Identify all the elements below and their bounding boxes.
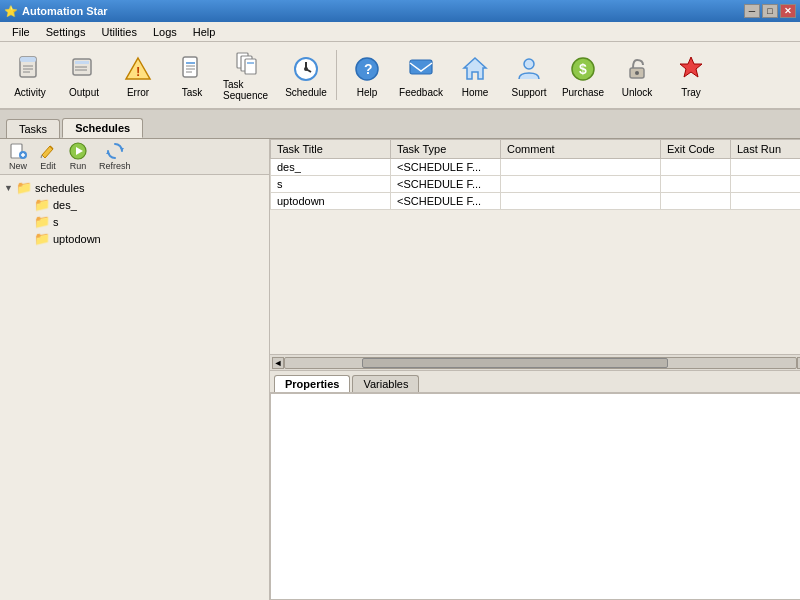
scroll-left-arrow[interactable]: ◄ [272,357,284,369]
task-table: Task Title Task Type Comment Exit Code L… [270,139,800,210]
properties-content: ▲ ▼ ◢ [270,393,800,600]
toolbar-task-sequence[interactable]: Task Sequence [220,46,278,104]
task-label: Task [182,87,203,98]
schedule-label: Schedule [285,87,327,98]
tray-label: Tray [681,87,701,98]
table-row[interactable]: s<SCHEDULE F... [271,176,801,193]
folder-icon-schedules: 📁 [16,180,32,195]
task-sequence-icon [233,49,265,77]
folder-icon-uptodown: 📁 [34,231,50,246]
schedule-icon [290,53,322,85]
menu-logs[interactable]: Logs [145,24,185,40]
purchase-icon: $ [567,53,599,85]
cell-comment [501,159,661,176]
title-bar: ⭐ Automation Star ─ □ ✕ [0,0,800,22]
toolbar-tray[interactable]: Tray [665,46,717,104]
tree-label-schedules: schedules [35,182,85,194]
output-label: Output [69,87,99,98]
cell-exit-code [661,193,731,210]
cell-comment [501,176,661,193]
col-task-type[interactable]: Task Type [391,140,501,159]
close-button[interactable]: ✕ [780,4,796,18]
app-icon: ⭐ [4,5,18,18]
run-button[interactable]: Run [64,139,92,174]
tree-item-s[interactable]: 📁 s [2,213,267,230]
scrollbar-track[interactable] [284,357,797,369]
home-label: Home [462,87,489,98]
tree-item-des[interactable]: 📁 des_ [2,196,267,213]
toolbar-unlock[interactable]: Unlock [611,46,663,104]
tree-arrow-schedules: ▼ [4,183,16,193]
tab-bar: Tasks Schedules [0,110,800,138]
menu-settings[interactable]: Settings [38,24,94,40]
toolbar-feedback[interactable]: Feedback [395,46,447,104]
support-icon [513,53,545,85]
tree-item-schedules[interactable]: ▼ 📁 schedules [2,179,267,196]
cell-task-title: uptodown [271,193,391,210]
task-table-area: Task Title Task Type Comment Exit Code L… [270,139,800,370]
toolbar-schedule[interactable]: Schedule [280,46,332,104]
main-area: Tasks Schedules New Edit [0,110,800,600]
col-comment[interactable]: Comment [501,140,661,159]
folder-icon-des: 📁 [34,197,50,212]
col-exit-code[interactable]: Exit Code [661,140,731,159]
svg-rect-6 [75,61,89,64]
folder-icon-s: 📁 [34,214,50,229]
new-icon [9,142,27,160]
toolbar-output[interactable]: Output [58,46,110,104]
unlock-icon [621,53,653,85]
table-scroll-container[interactable]: Task Title Task Type Comment Exit Code L… [270,139,800,354]
unlock-label: Unlock [622,87,653,98]
horizontal-scrollbar[interactable]: ◄ ► [270,354,800,370]
support-label: Support [511,87,546,98]
svg-rect-18 [245,59,256,74]
tree-label-s: s [53,216,59,228]
purchase-label: Purchase [562,87,604,98]
activity-icon [14,53,46,85]
toolbar-help[interactable]: ? Help [341,46,393,104]
prop-tab-properties[interactable]: Properties [274,375,350,392]
menu-bar: File Settings Utilities Logs Help [0,22,800,42]
minimize-button[interactable]: ─ [744,4,760,18]
tree-item-uptodown[interactable]: 📁 uptodown [2,230,267,247]
cell-task-type: <SCHEDULE F... [391,176,501,193]
svg-point-32 [635,71,639,75]
edit-label: Edit [40,161,56,171]
edit-button[interactable]: Edit [34,139,62,174]
new-label: New [9,161,27,171]
toolbar: Activity Output ! Error Task Task Sequen… [0,42,800,110]
content-area: New Edit Run [0,138,800,600]
toolbar-support[interactable]: Support [503,46,555,104]
svg-rect-1 [20,57,36,62]
prop-tab-variables[interactable]: Variables [352,375,419,392]
toolbar-task[interactable]: Task [166,46,218,104]
menu-file[interactable]: File [4,24,38,40]
menu-help[interactable]: Help [185,24,224,40]
scrollbar-thumb[interactable] [362,358,669,368]
col-task-title[interactable]: Task Title [271,140,391,159]
cell-task-type: <SCHEDULE F... [391,159,501,176]
toolbar-purchase[interactable]: $ Purchase [557,46,609,104]
tab-tasks[interactable]: Tasks [6,119,60,138]
output-icon [68,53,100,85]
error-label: Error [127,87,149,98]
cell-exit-code [661,159,731,176]
cell-comment [501,193,661,210]
toolbar-activity[interactable]: Activity [4,46,56,104]
table-row[interactable]: des_<SCHEDULE F... [271,159,801,176]
tree-area: ▼ 📁 schedules 📁 des_ 📁 s [0,175,269,600]
run-icon [69,142,87,160]
refresh-button[interactable]: Refresh [94,139,136,174]
svg-marker-44 [106,151,110,154]
toolbar-home[interactable]: Home [449,46,501,104]
home-icon [459,53,491,85]
maximize-button[interactable]: □ [762,4,778,18]
svg-rect-11 [183,57,197,77]
col-last-run[interactable]: Last Run [731,140,801,159]
toolbar-error[interactable]: ! Error [112,46,164,104]
tab-schedules[interactable]: Schedules [62,118,143,138]
tree-label-des: des_ [53,199,77,211]
menu-utilities[interactable]: Utilities [93,24,144,40]
table-row[interactable]: uptodown<SCHEDULE F... [271,193,801,210]
new-button[interactable]: New [4,139,32,174]
